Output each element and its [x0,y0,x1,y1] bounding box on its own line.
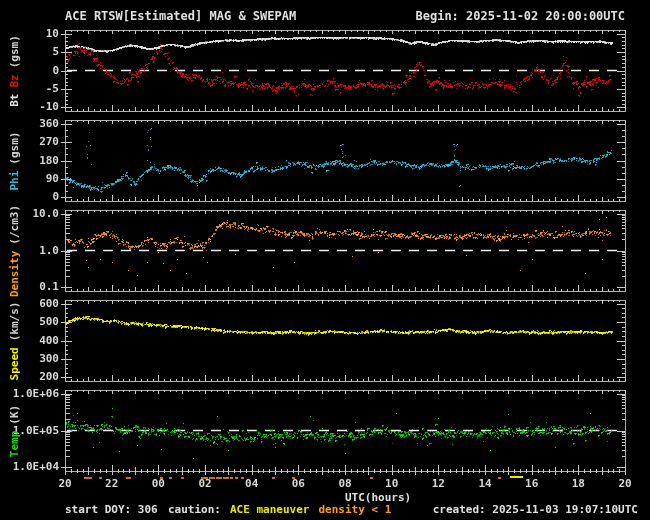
chart-title: ACE RTSW[Estimated] MAG & SWEPAM [65,10,296,22]
axis-title-part: (km/s) [8,301,21,341]
axis-title-part: Temp [8,430,21,457]
x-tick-label: 22 [97,478,127,490]
caution-density-label: density < 1 [318,503,391,516]
x-tick-label: 00 [143,478,173,490]
x-tick-label: 14 [470,478,500,490]
panel-y-axis-title: Speed(km/s) [8,298,21,383]
x-tick-label: 16 [517,478,547,490]
axis-title-part: Density [8,250,21,296]
axis-title-part: Phi [8,170,21,190]
x-tick-label: 08 [330,478,360,490]
caution-legend: caution:ACE maneuverdensity < 1 [168,504,400,516]
x-tick-label: 20 [610,478,640,490]
y-tick-label: 1.0E+04 [12,461,59,473]
caution-maneuver-label: ACE maneuver [230,503,309,516]
ace-rtsw-plot-window: ACE RTSW[Estimated] MAG & SWEPAM Begin: … [0,0,650,520]
panel-y-axis-title: Temp(K) [8,401,21,459]
axis-title-part: (gsm) [8,35,21,68]
caution-label: caution: [168,503,221,516]
x-tick-label: 18 [563,478,593,490]
panel-y-axis-title: Phi(gsm) [8,128,21,193]
y-tick-label: 1.0E+06 [12,388,59,400]
axis-title-part: (/cm3) [8,204,21,244]
start-doy-label: start DOY: 306 [65,504,158,516]
begin-timestamp: Begin: 2025-11-02 20:00:00UTC [415,10,625,22]
x-tick-label: 20 [50,478,80,490]
created-timestamp: created: 2025-11-03 19:07:10UTC [433,504,638,516]
x-tick-label: 10 [377,478,407,490]
x-tick-label: 04 [237,478,267,490]
axis-title-part: (gsm) [8,131,21,164]
axis-title-part: Speed [8,347,21,380]
plot-canvas [0,0,650,520]
x-tick-label: 06 [283,478,313,490]
axis-title-part: Bt [8,93,21,106]
x-tick-label: 02 [190,478,220,490]
axis-title-part: Bz [8,74,21,87]
panel-y-axis-title: Density(/cm3) [8,201,21,299]
axis-title-part: (K) [8,404,21,424]
panel-y-axis-title: BtBz(gsm) [8,32,21,110]
x-tick-label: 12 [423,478,453,490]
